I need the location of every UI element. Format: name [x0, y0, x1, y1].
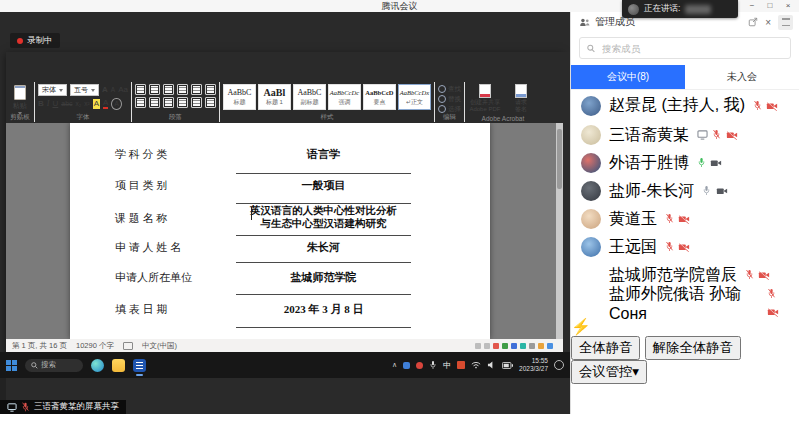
document-page[interactable]: 学 科 分 类 语言学 项 目 类 别 一般项目 课 题 名 称 英汉语言的人类… — [70, 123, 490, 339]
numbering-icon[interactable] — [149, 84, 160, 95]
borders-icon[interactable] — [205, 97, 216, 108]
shared-clock[interactable]: 15:55 2023/3/27 — [519, 357, 548, 373]
tray-icon[interactable] — [520, 343, 526, 349]
chevron-up-icon[interactable]: ∧ — [392, 361, 397, 369]
start-button[interactable] — [6, 360, 17, 371]
tray-app-icon[interactable] — [416, 362, 423, 369]
member-search-box[interactable] — [579, 37, 791, 59]
notification-icon[interactable] — [554, 360, 564, 370]
tab-in-meeting[interactable]: 会议中(8) — [571, 65, 685, 89]
camera-on-icon[interactable] — [710, 158, 722, 168]
battery-icon[interactable] — [502, 362, 513, 369]
bold-button[interactable]: B — [38, 99, 44, 109]
scrollbar-thumb[interactable] — [557, 129, 562, 189]
highlight-button[interactable]: A — [93, 99, 100, 109]
member-row[interactable]: 外语于胜博 — [571, 149, 799, 177]
multilevel-list-icon[interactable] — [163, 84, 174, 95]
popout-icon[interactable] — [748, 17, 758, 27]
replace-button[interactable]: 替换 — [438, 94, 461, 103]
camera-off-icon[interactable] — [726, 130, 738, 140]
tray-icon[interactable] — [511, 343, 517, 349]
grow-font-button[interactable]: A — [102, 85, 108, 95]
camera-on-icon[interactable] — [716, 186, 728, 196]
subscript-button[interactable]: x₂ — [76, 99, 82, 109]
scrollbar[interactable] — [556, 123, 563, 339]
view-icon[interactable] — [475, 343, 481, 349]
align-left-icon[interactable] — [135, 97, 146, 108]
maximize-icon[interactable]: □ — [761, 0, 779, 12]
mic-off-icon[interactable] — [712, 129, 721, 140]
close-icon[interactable]: × — [779, 0, 797, 12]
word-count[interactable]: 10290 个字 — [76, 341, 114, 351]
speaker-icon[interactable] — [487, 361, 496, 369]
microphone-icon[interactable] — [429, 360, 437, 370]
justify-icon[interactable] — [177, 97, 188, 108]
increase-indent-icon[interactable] — [191, 84, 202, 95]
member-row[interactable]: 三语斋黄某 — [571, 121, 799, 149]
wifi-icon[interactable] — [471, 361, 481, 369]
member-row[interactable]: 王远国 — [571, 233, 799, 261]
shared-search-box[interactable]: 搜索 — [25, 359, 83, 372]
camera-off-icon[interactable] — [678, 214, 690, 224]
mute-all-button[interactable]: 全体静音 — [571, 336, 640, 360]
sort-icon[interactable] — [205, 84, 216, 95]
camera-off-icon[interactable] — [758, 270, 770, 280]
camera-off-icon[interactable] — [767, 307, 779, 317]
select-button[interactable]: 选择 — [438, 104, 461, 113]
mic-off-icon[interactable] — [665, 213, 674, 224]
enclose-character-button[interactable]: A — [111, 98, 121, 110]
request-signature-button[interactable]: 请求签名 — [504, 84, 538, 113]
style-heading1[interactable]: AaBl标题 1 — [258, 84, 291, 110]
meeting-control-button[interactable]: 会议管控▾ — [571, 360, 647, 384]
tray-icon[interactable] — [538, 343, 544, 349]
font-size-box[interactable]: 五号 — [70, 84, 99, 96]
create-share-pdf-button[interactable]: 创建并共享Adobe PDF — [468, 84, 502, 113]
unmute-all-button[interactable]: 解除全体静音 — [645, 336, 741, 360]
bullets-icon[interactable] — [135, 84, 146, 95]
mic-off-icon[interactable] — [753, 100, 762, 111]
strikethrough-button[interactable]: abc — [61, 99, 72, 109]
file-explorer-icon[interactable] — [112, 359, 125, 372]
shrink-font-button[interactable]: A — [111, 85, 115, 95]
mic-off-icon[interactable] — [767, 288, 776, 299]
tray-icon[interactable] — [547, 343, 553, 349]
style-emphasis[interactable]: AaBbCcDc强调 — [328, 84, 361, 110]
align-center-icon[interactable] — [149, 97, 160, 108]
change-case-button[interactable]: Aa — [118, 85, 128, 95]
find-button[interactable]: 查找 — [438, 84, 461, 93]
panel-close-icon[interactable]: × — [765, 17, 771, 28]
camera-off-icon[interactable] — [766, 101, 778, 111]
page-indicator[interactable]: 第 1 页, 共 16 页 — [12, 341, 67, 351]
tray-app-icon[interactable] — [403, 362, 410, 369]
tray-app-icon[interactable] — [457, 361, 465, 369]
font-color-button[interactable]: A — [103, 99, 108, 109]
align-right-icon[interactable] — [163, 97, 174, 108]
edge-icon[interactable] — [91, 359, 104, 372]
tab-not-joined[interactable]: 未入会 — [685, 65, 799, 89]
line-spacing-icon[interactable] — [191, 97, 202, 108]
mic-off-icon[interactable] — [745, 269, 754, 280]
member-search-input[interactable] — [600, 42, 783, 55]
member-row[interactable]: 赵景昆 (主持人, 我) — [571, 90, 799, 121]
font-name-box[interactable]: 宋体 — [38, 84, 67, 96]
member-row[interactable]: 盐师外院俄语 孙瑜Соня — [571, 289, 799, 317]
mic-off-icon[interactable] — [665, 241, 674, 252]
style-subtitle[interactable]: AaBbC副标题 — [293, 84, 326, 110]
italic-button[interactable]: I — [47, 99, 50, 109]
minimize-icon[interactable]: − — [743, 0, 761, 12]
tray-icon[interactable] — [529, 343, 535, 349]
tray-icon[interactable] — [493, 343, 499, 349]
mic-on-icon[interactable] — [697, 157, 706, 168]
underline-button[interactable]: U — [52, 99, 58, 109]
style-title[interactable]: AaBbC标题 — [223, 84, 256, 110]
language-indicator[interactable]: 中文(中国) — [142, 341, 177, 351]
member-row[interactable]: 黄道玉 — [571, 205, 799, 233]
word-app-icon[interactable] — [133, 359, 146, 372]
tray-icon[interactable] — [502, 343, 508, 349]
paste-button[interactable]: 粘贴 — [9, 84, 31, 116]
panel-menu-button[interactable] — [778, 15, 793, 30]
member-row[interactable]: 盐师-朱长河 — [571, 177, 799, 205]
camera-off-icon[interactable] — [678, 242, 690, 252]
style-normal[interactable]: AaBbCcDx↵正文 — [398, 84, 431, 110]
superscript-button[interactable]: x² — [84, 99, 89, 109]
